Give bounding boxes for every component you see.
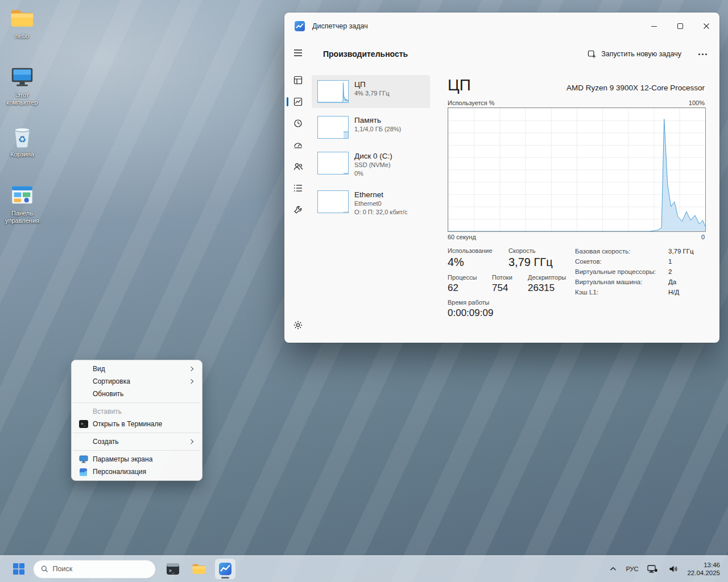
window-titlebar[interactable]: Диспетчер задач bbox=[284, 13, 719, 40]
perf-item-name: ЦП bbox=[354, 80, 390, 89]
stat-label: Сокетов: bbox=[575, 258, 668, 265]
desktop-icon-label: Этот компьютер bbox=[0, 92, 44, 106]
memory-mini-chart bbox=[317, 116, 349, 139]
volume-tray-button[interactable] bbox=[667, 563, 680, 575]
details-icon bbox=[293, 184, 303, 192]
nav-processes[interactable] bbox=[287, 70, 309, 90]
uptime-label: Время работы bbox=[448, 299, 493, 306]
taskbar-search[interactable] bbox=[33, 560, 156, 579]
stat-label: Потоки bbox=[492, 274, 528, 281]
taskbar-app-file-explorer[interactable] bbox=[189, 559, 209, 579]
stat-value-speed: 3,79 ГГц bbox=[508, 256, 553, 269]
stat-label: Скорость bbox=[508, 247, 553, 254]
desktop-icon-this-pc[interactable]: Этот компьютер bbox=[0, 65, 44, 106]
recycle-bin-icon: ♻ bbox=[9, 124, 35, 149]
close-button[interactable] bbox=[693, 13, 719, 40]
cpu-static-stats: Базовая скорость:3,79 ГГц Сокетов:1 Вирт… bbox=[575, 247, 705, 324]
desktop-icon-nebo[interactable]: nebo bbox=[0, 6, 44, 40]
stat-value-l1-cache: Н/Д bbox=[668, 289, 679, 296]
cpu-detail-panel: ЦП AMD Ryzen 9 3900X 12-Core Processor И… bbox=[432, 68, 719, 343]
perf-item-memory[interactable]: Память 1,1/4,0 ГБ (28%) bbox=[312, 111, 430, 144]
display-icon bbox=[79, 455, 88, 463]
tray-chevron-up-button[interactable] bbox=[607, 564, 619, 573]
cpu-mini-chart bbox=[317, 80, 349, 103]
speaker-icon bbox=[669, 565, 678, 573]
menu-item-refresh[interactable]: Обновить bbox=[74, 388, 200, 400]
axis-label-now: 0 bbox=[701, 234, 705, 240]
desktop[interactable]: { "desktop": { "icons": [ {"label": "neb… bbox=[0, 0, 728, 582]
network-tray-button[interactable] bbox=[645, 563, 660, 575]
menu-item-sort[interactable]: Сортировка bbox=[74, 375, 200, 388]
axis-label-timespan: 60 секунд bbox=[448, 234, 476, 240]
desktop-icon-label: Панель управления bbox=[0, 210, 44, 225]
nav-app-history[interactable] bbox=[287, 114, 309, 133]
chevron-right-icon bbox=[189, 439, 193, 444]
taskbar-clock[interactable]: 13:46 22.04.2025 bbox=[687, 561, 720, 577]
menu-item-new[interactable]: Создать bbox=[74, 435, 200, 448]
page-header: Производительность Запустить новую задач… bbox=[312, 40, 719, 68]
history-icon bbox=[293, 119, 303, 128]
nav-menu-button[interactable] bbox=[287, 43, 309, 63]
chevron-right-icon bbox=[189, 367, 193, 371]
performance-metric-list: ЦП 4% 3,79 ГГц Память 1,1/4,0 ГБ (28%) bbox=[312, 68, 432, 343]
settings-button[interactable] bbox=[287, 315, 309, 335]
gear-icon bbox=[293, 321, 303, 330]
nav-users[interactable] bbox=[287, 157, 309, 176]
language-indicator[interactable]: РУС bbox=[626, 566, 638, 572]
desktop-icon-recycle-bin[interactable]: ♻ Корзина bbox=[0, 124, 44, 158]
perf-item-ethernet[interactable]: Ethernet Ethernet0 О: 0 П: 32,0 кбит/с bbox=[312, 185, 430, 221]
stat-label: Виртуальные процессоры: bbox=[575, 268, 668, 275]
run-new-task-label: Запустить новую задачу bbox=[601, 50, 681, 58]
perf-item-detail: SSD (NVMe) bbox=[354, 161, 392, 169]
processor-name: AMD Ryzen 9 3900X 12-Core Processor bbox=[566, 84, 705, 92]
menu-item-view[interactable]: Вид bbox=[74, 363, 200, 375]
more-options-button[interactable] bbox=[695, 49, 710, 60]
stat-label: Процессы bbox=[448, 274, 492, 281]
search-input[interactable] bbox=[52, 565, 148, 573]
axis-label-usage: Используется % bbox=[448, 99, 495, 106]
menu-separator bbox=[73, 402, 201, 403]
nav-details[interactable] bbox=[287, 178, 309, 198]
windows-logo-icon bbox=[13, 563, 24, 575]
stat-value-virtual-machine: Да bbox=[668, 278, 676, 285]
desktop-icon-label: Корзина bbox=[10, 151, 34, 158]
run-new-task-button[interactable]: Запустить новую задачу bbox=[582, 47, 687, 62]
clock-time: 13:46 bbox=[687, 561, 720, 569]
nav-services[interactable] bbox=[287, 200, 309, 219]
task-manager-taskbar-icon bbox=[218, 562, 232, 576]
services-icon bbox=[293, 205, 303, 214]
perf-item-detail2: О: 0 П: 32,0 кбит/с bbox=[354, 209, 407, 216]
menu-item-display-settings[interactable]: Параметры экрана bbox=[74, 453, 200, 465]
perf-item-cpu[interactable]: ЦП 4% 3,79 ГГц bbox=[312, 75, 430, 108]
recycle-glyph: ♻ bbox=[18, 134, 27, 144]
perf-item-detail2: 0% bbox=[354, 170, 392, 177]
axis-label-max: 100% bbox=[689, 99, 705, 106]
stat-value-threads: 754 bbox=[492, 282, 528, 294]
window-title: Диспетчер задач bbox=[312, 22, 368, 30]
stat-value-handles: 26315 bbox=[528, 282, 566, 294]
desktop-icon-control-panel[interactable]: Панель управления bbox=[0, 183, 44, 225]
stat-value-sockets: 1 bbox=[668, 258, 672, 265]
navigation-rail bbox=[284, 40, 312, 343]
nav-startup-apps[interactable] bbox=[287, 135, 309, 155]
menu-item-open-in-terminal[interactable]: >_ Открыть в Терминале bbox=[74, 418, 200, 430]
network-icon bbox=[647, 565, 657, 573]
svg-text:>_: >_ bbox=[169, 568, 175, 573]
terminal-icon: >_ bbox=[79, 420, 88, 428]
perf-item-detail: Ethernet0 bbox=[354, 200, 407, 207]
menu-item-personalization[interactable]: Персонализация bbox=[74, 465, 200, 478]
stat-label: Использование bbox=[448, 247, 508, 254]
taskbar-app-task-manager[interactable] bbox=[215, 559, 235, 579]
terminal-app-icon: >_ bbox=[166, 562, 180, 576]
start-button[interactable] bbox=[8, 558, 30, 580]
taskbar-app-terminal[interactable]: >_ bbox=[163, 559, 183, 579]
stat-value-processes: 62 bbox=[448, 282, 492, 294]
desktop-icon-label: nebo bbox=[15, 32, 29, 40]
perf-item-disk[interactable]: Диск 0 (C:) SSD (NVMe) 0% bbox=[312, 147, 430, 182]
perf-item-name: Память bbox=[354, 116, 401, 124]
minimize-button[interactable] bbox=[641, 13, 667, 40]
task-manager-app-icon bbox=[295, 21, 305, 31]
nav-performance[interactable] bbox=[287, 92, 309, 111]
task-manager-window: Диспетчер задач Производительность bbox=[284, 13, 719, 343]
maximize-button[interactable] bbox=[667, 13, 693, 40]
